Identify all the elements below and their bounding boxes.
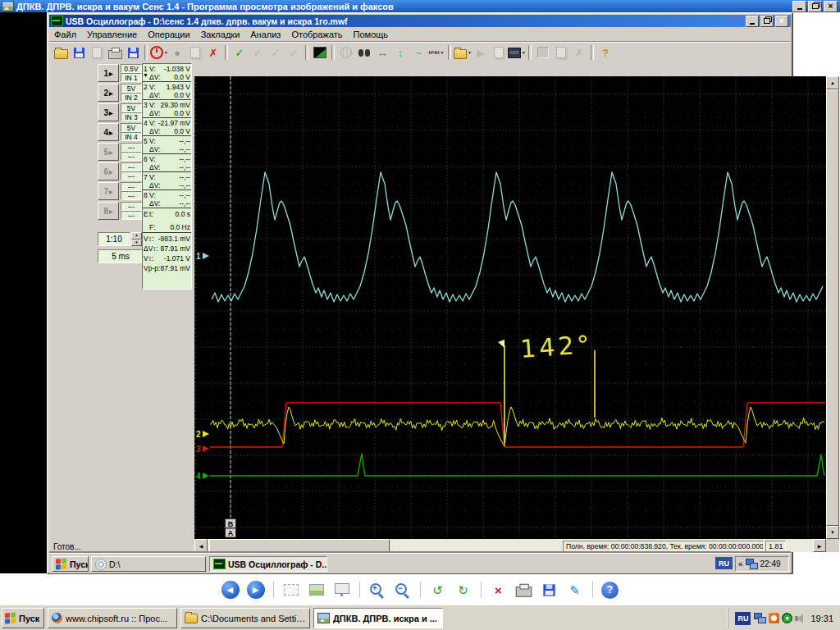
close-button[interactable]: × xyxy=(824,1,838,12)
restore-button[interactable] xyxy=(808,1,822,12)
fit-horizontal-button[interactable]: ↔ xyxy=(373,44,391,62)
menu-item-3[interactable]: Операции xyxy=(143,28,195,41)
input-name[interactable]: --- xyxy=(121,171,142,180)
stop-acquisition-button[interactable]: ▼ xyxy=(150,44,168,62)
clear-button[interactable]: ✗ xyxy=(204,44,222,62)
input-name[interactable]: --- xyxy=(121,191,142,200)
inner-language-indicator[interactable]: RU xyxy=(715,557,733,569)
channel-4-marker-icon[interactable] xyxy=(203,472,209,479)
measure-mode-button[interactable]: НЧН▼ xyxy=(427,44,445,62)
scroll-down-button[interactable]: ▼ xyxy=(826,526,839,539)
input-name[interactable]: IN 2 xyxy=(121,93,142,102)
channel-2-marker-label[interactable]: 2 xyxy=(196,430,201,439)
menu-item-7[interactable]: Помощь xyxy=(349,28,395,41)
print-button[interactable] xyxy=(106,44,124,62)
search-button[interactable] xyxy=(355,44,373,62)
range-value[interactable]: --- xyxy=(121,182,142,191)
save-image-button[interactable] xyxy=(540,580,559,600)
help-button[interactable]: ? xyxy=(600,580,620,600)
menu-item-4[interactable]: Закладки xyxy=(196,28,246,41)
vertical-scroll-thumb[interactable] xyxy=(826,89,839,526)
spin-down-button[interactable]: ▼ xyxy=(131,240,142,247)
actual-size-button[interactable] xyxy=(307,580,326,600)
vertical-scrollbar[interactable]: ▲ ▼ xyxy=(826,76,839,539)
close-button[interactable]: × xyxy=(775,16,788,27)
channel-4-marker-label[interactable]: 4 xyxy=(196,472,201,481)
channel-2-button[interactable]: 2▶ xyxy=(98,84,119,102)
inner-task-drive[interactable]: D:\ xyxy=(91,556,206,572)
taskbar-task[interactable]: www.chipsoft.ru :: Прос... xyxy=(48,608,177,628)
export-image-button[interactable] xyxy=(124,44,142,62)
scroll-right-button[interactable]: ▶ xyxy=(813,539,826,552)
network-icon[interactable] xyxy=(754,613,766,623)
start-button[interactable]: Пуск xyxy=(2,608,44,628)
range-value[interactable]: 5V xyxy=(121,123,142,132)
rotate-clockwise-button[interactable]: ↻ xyxy=(454,580,473,600)
menu-item-6[interactable]: Отображать xyxy=(286,28,348,41)
help-button[interactable]: ? xyxy=(596,44,614,62)
input-name[interactable]: IN 4 xyxy=(121,132,142,141)
best-fit-button[interactable] xyxy=(281,580,301,600)
print-image-button[interactable] xyxy=(514,580,534,600)
rotate-counterclockwise-button[interactable]: ↺ xyxy=(428,580,448,600)
channel-3-button[interactable]: 3▶ xyxy=(98,103,119,121)
channel-1-marker-label[interactable]: 1 xyxy=(196,252,201,261)
start-slideshow-button[interactable] xyxy=(332,580,352,600)
taskbar-task[interactable]: C:\Documents and Settin... xyxy=(180,608,310,628)
previous-image-button[interactable]: ◀ xyxy=(221,580,240,600)
oscilloscope-plot[interactable]: BA142°1234 xyxy=(194,76,826,539)
record-button[interactable]: ● xyxy=(168,44,186,62)
scroll-up-button[interactable]: ▲ xyxy=(826,76,839,89)
open-file-button[interactable] xyxy=(52,44,70,62)
invert-display-button[interactable] xyxy=(311,44,329,62)
input-name[interactable]: --- xyxy=(121,211,142,220)
channel-2-marker-icon[interactable] xyxy=(203,431,209,437)
inner-task-oscilloscope[interactable]: USB Осциллограф - D... xyxy=(209,556,327,572)
inner-start-button[interactable]: Пуск xyxy=(52,556,89,572)
range-value[interactable]: --- xyxy=(121,202,142,211)
range-value[interactable]: 5V xyxy=(121,103,142,112)
tray-chevron[interactable]: « xyxy=(738,559,743,568)
restore-button[interactable] xyxy=(760,16,774,27)
channel-5-button[interactable]: 5▶ xyxy=(98,143,119,161)
network-icon[interactable] xyxy=(746,559,758,569)
language-indicator[interactable]: RU xyxy=(735,612,751,625)
menu-item-5[interactable]: Анализ xyxy=(245,28,286,41)
range-value[interactable]: 5V xyxy=(121,84,142,93)
range-value[interactable]: --- xyxy=(121,162,142,171)
channel-7-button[interactable]: 7▶ xyxy=(98,182,119,200)
menu-item-1[interactable]: Файл xyxy=(49,28,82,41)
channel-6-button[interactable]: 6▶ xyxy=(98,162,119,180)
fit-vertical-button[interactable]: ↕ xyxy=(391,44,409,62)
fit-wave-button[interactable]: ~ xyxy=(409,44,427,62)
channel-8-button[interactable]: 8▶ xyxy=(98,202,119,220)
range-value[interactable]: --- xyxy=(121,143,142,152)
channel-4-button[interactable]: 4▶ xyxy=(98,123,119,141)
channel-3-marker-label[interactable]: 3 xyxy=(196,445,201,454)
zoom-out-button[interactable]: − xyxy=(393,580,413,600)
input-name[interactable]: IN 1 xyxy=(121,73,142,82)
input-name[interactable]: --- xyxy=(121,152,142,161)
oscilloscope-titlebar[interactable]: USB Осциллограф - D:\сенс 1.4 дпкв. дпрв… xyxy=(49,15,791,27)
spin-up-button[interactable]: ▲ xyxy=(131,232,142,240)
bookmarks-folder-button[interactable]: ▼ xyxy=(454,44,472,62)
measure-check-1-button[interactable]: ✓ xyxy=(231,44,249,62)
menu-item-2[interactable]: Управление xyxy=(82,28,143,41)
bookmark-panel-button[interactable]: ▼ xyxy=(508,44,526,62)
next-image-button[interactable]: ▶ xyxy=(246,580,266,600)
delete-image-button[interactable]: × xyxy=(489,580,509,600)
volume-icon[interactable] xyxy=(795,614,806,623)
input-name[interactable]: IN 3 xyxy=(121,112,142,121)
antivirus-icon[interactable] xyxy=(782,613,792,623)
range-value[interactable]: 0.5V xyxy=(121,64,142,73)
minimize-button[interactable] xyxy=(746,16,759,27)
channel-1-marker-icon[interactable] xyxy=(203,253,209,259)
zoom-in-button[interactable]: + xyxy=(368,580,387,600)
save-file-button[interactable] xyxy=(70,44,88,62)
taskbar-task[interactable]: ДПКВ. ДПРВ. искра и ... xyxy=(313,608,443,628)
channel-1-button[interactable]: 1▶ xyxy=(98,64,119,82)
edit-image-button[interactable]: ✎ xyxy=(565,580,585,600)
messenger-icon[interactable] xyxy=(769,613,779,623)
minimize-button[interactable] xyxy=(792,1,806,12)
channel-3-marker-icon[interactable] xyxy=(203,445,209,452)
